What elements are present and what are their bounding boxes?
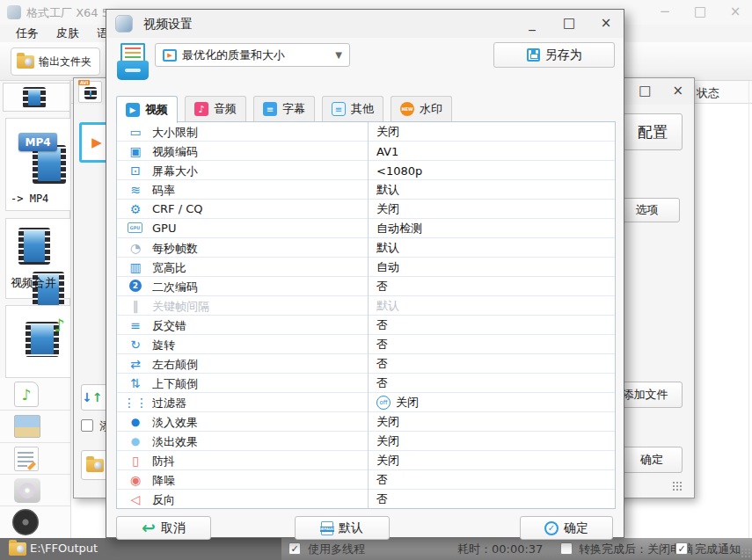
setting-value-cell[interactable]: 否: [368, 335, 615, 354]
setting-value: 关闭: [376, 453, 399, 469]
minimize-icon[interactable]: _: [525, 15, 539, 31]
setting-value-cell[interactable]: 关闭: [368, 122, 615, 142]
tab-audio[interactable]: ♪音频: [185, 96, 246, 121]
multithread-label[interactable]: 使用多线程: [308, 542, 365, 557]
ok-button[interactable]: ✓ 确定: [520, 516, 613, 540]
tab-subtitle[interactable]: ≡字幕: [253, 96, 315, 121]
resize-grip[interactable]: [741, 548, 750, 557]
profile-film-icon: ▶: [163, 49, 177, 62]
setting-value-cell[interactable]: 关闭: [368, 412, 615, 432]
setting-value-cell[interactable]: 否: [368, 490, 615, 509]
resize-grip[interactable]: [672, 481, 682, 491]
setting-value-cell[interactable]: 默认: [368, 296, 615, 316]
sidebar-category-rom-device[interactable]: [0, 475, 70, 506]
sidebar-item-video-merge[interactable]: 视频合并: [5, 218, 70, 299]
setting-value-cell[interactable]: 自动检测: [368, 219, 615, 238]
setting-row-bitrate[interactable]: ≋码率默认: [117, 180, 615, 200]
close-icon[interactable]: ×: [727, 4, 743, 19]
setting-value-cell[interactable]: off关闭: [368, 393, 615, 412]
maximize-icon[interactable]: □: [562, 15, 576, 31]
setting-row-filter[interactable]: ⋮⋮过滤器off关闭: [117, 393, 615, 412]
save-icon: [527, 48, 540, 62]
save-as-button[interactable]: 另存为: [493, 42, 615, 68]
sidebar-category-video-tool[interactable]: [0, 506, 70, 538]
minimize-icon[interactable]: −: [657, 4, 673, 19]
sidebar-category-picture[interactable]: [0, 411, 70, 443]
config-button[interactable]: 配置: [623, 113, 683, 150]
setting-row-fps[interactable]: ◔每秒帧数默认: [117, 238, 615, 258]
setting-value-cell[interactable]: 默认: [368, 180, 615, 200]
setting-value-cell[interactable]: AV1: [368, 142, 615, 161]
ok-label: 确定: [564, 520, 588, 536]
sidebar-item-to-mp4[interactable]: MP4 -> MP4: [5, 118, 70, 211]
setting-row-fade-in[interactable]: ●淡入效果关闭: [117, 412, 615, 432]
setting-row-crf[interactable]: ⚙CRF / CQ关闭: [117, 200, 615, 219]
setting-row-size-limit[interactable]: ▭大小限制关闭: [117, 122, 615, 142]
setting-value-cell[interactable]: 关闭: [368, 451, 615, 470]
output-path[interactable]: E:\FFOutput: [30, 542, 98, 555]
setting-value-cell[interactable]: 否: [368, 470, 615, 490]
setting-value-cell[interactable]: 否: [368, 316, 615, 335]
setting-value-cell[interactable]: 关闭: [368, 432, 615, 451]
multithread-checkbox[interactable]: ✓: [288, 542, 301, 555]
setting-row-deinterlace[interactable]: ≡反交错否: [117, 316, 615, 335]
maximize-icon[interactable]: □: [639, 83, 651, 98]
maximize-icon[interactable]: □: [692, 4, 708, 19]
setting-row-flip-vertical[interactable]: ⇅上下颠倒否: [117, 374, 615, 393]
sort-up-icon: ↑: [92, 390, 103, 404]
video-settings-dialog: 视频设置 _ □ × ▶ 最优化的质量和大小 ▼ 另存为 ▶视频♪音频≡字幕≡其…: [106, 9, 624, 538]
notify-label[interactable]: 完成通知: [695, 542, 741, 557]
sidebar-category-audio[interactable]: ♪: [0, 378, 70, 411]
setting-row-denoise[interactable]: ◉降噪否: [117, 470, 615, 490]
profile-dropdown[interactable]: ▶ 最优化的质量和大小 ▼: [155, 43, 350, 67]
bg-ok-button[interactable]: 确定: [621, 447, 683, 473]
close-icon[interactable]: ×: [599, 15, 613, 31]
tab-watermark[interactable]: NEW水印: [391, 96, 452, 121]
setting-row-aspect-ratio[interactable]: ▥宽高比自动: [117, 258, 615, 277]
setting-label: 旋转: [152, 338, 175, 353]
setting-row-rotate[interactable]: ↻旋转否: [117, 335, 615, 354]
close-icon[interactable]: ×: [672, 83, 683, 98]
sidebar-tab-video[interactable]: [3, 83, 69, 112]
dialog-titlebar[interactable]: 视频设置 _ □ ×: [106, 10, 624, 38]
status-column-header[interactable]: 状态: [697, 85, 719, 101]
setting-row-fade-out[interactable]: ●淡出效果关闭: [117, 432, 615, 451]
menu-item-skin[interactable]: 皮肤: [56, 25, 79, 41]
shutdown-checkbox[interactable]: [560, 542, 573, 555]
bitrate-icon: ≋: [126, 180, 145, 199]
setting-value-cell[interactable]: 否: [368, 354, 615, 374]
setting-row-video-encoder[interactable]: ▣视频编码AV1: [117, 142, 615, 161]
to-mp4-label: -> MP4: [11, 193, 48, 205]
tab-label: 字幕: [282, 101, 305, 117]
check-circle-icon: ✓: [544, 521, 559, 535]
tab-video[interactable]: ▶视频: [116, 96, 178, 123]
setting-value-cell[interactable]: <1080p: [368, 161, 615, 180]
setting-row-two-pass[interactable]: 2二次编码否: [117, 277, 615, 296]
notify-checkbox[interactable]: ✓: [675, 542, 688, 555]
setting-value: 否: [376, 375, 388, 391]
setting-row-keyframe[interactable]: ‖关键帧间隔默认: [117, 296, 615, 316]
setting-row-stabilize[interactable]: ▯防抖关闭: [117, 451, 615, 470]
setting-value-cell[interactable]: 否: [368, 277, 615, 296]
watermark-tab-icon: NEW: [400, 102, 414, 116]
options-label: 选项: [636, 202, 659, 218]
append-checkbox[interactable]: [81, 419, 93, 432]
output-path-folder-icon[interactable]: [9, 542, 26, 556]
output-folder-button[interactable]: 输出文件夹: [11, 47, 100, 76]
app-icon: [7, 5, 21, 19]
cancel-button[interactable]: ↩ 取消: [116, 516, 211, 540]
setting-row-gpu[interactable]: GPUGPU自动检测: [117, 219, 615, 238]
setting-value-cell[interactable]: 否: [368, 374, 615, 393]
setting-value-cell[interactable]: 关闭: [368, 200, 615, 219]
video-source-tab-icon: AVI: [78, 81, 102, 103]
setting-value-cell[interactable]: 自动: [368, 258, 615, 277]
setting-value-cell[interactable]: 默认: [368, 238, 615, 258]
menu-item-task[interactable]: 任务: [16, 25, 39, 41]
tab-other[interactable]: ≡其他: [322, 96, 383, 121]
default-button[interactable]: 默认: [295, 516, 390, 540]
setting-row-screen-size[interactable]: ⊡屏幕大小<1080p: [117, 161, 615, 180]
setting-row-reverse[interactable]: ◁反向否: [117, 490, 615, 509]
setting-row-flip-horizontal[interactable]: ⇄左右颠倒否: [117, 354, 615, 374]
sidebar-category-document[interactable]: [0, 443, 70, 475]
sidebar-item-video-to-audio[interactable]: ♪: [5, 305, 70, 378]
